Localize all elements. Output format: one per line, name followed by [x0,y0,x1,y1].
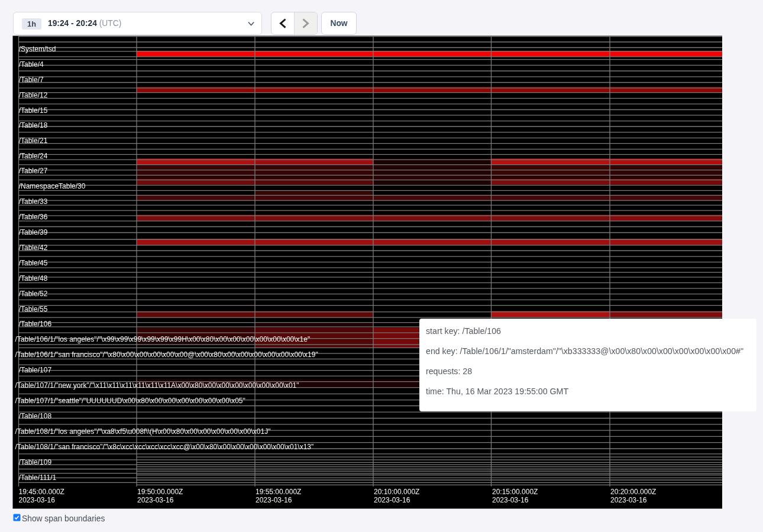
svg-text:2023-03-16: 2023-03-16 [137,496,174,504]
svg-text:/Table/36: /Table/36 [19,213,48,221]
svg-text:2023-03-16: 2023-03-16 [19,496,56,504]
svg-text:/Table/108/1/"los angeles"/"\x: /Table/108/1/"los angeles"/"\xa8\xf5\u00… [15,427,271,436]
svg-text:/Table/111/1: /Table/111/1 [19,473,57,482]
svg-text:/Table/48: /Table/48 [19,274,48,283]
svg-text:/Table/107/1/"new york"/"\x11\: /Table/107/1/"new york"/"\x11\x11\x11\x1… [15,381,299,390]
svg-text:/Table/45: /Table/45 [19,259,48,267]
svg-text:/Table/39: /Table/39 [19,228,48,236]
svg-text:2023-03-16: 2023-03-16 [610,496,647,504]
svg-text:/Table/42: /Table/42 [19,244,48,252]
svg-text:/System/tsd: /System/tsd [19,45,56,53]
svg-text:/Table/33: /Table/33 [19,197,48,206]
svg-text:20:10:00.000Z: 20:10:00.000Z [374,488,419,496]
svg-text:/Table/18: /Table/18 [19,121,48,129]
svg-text:/Table/55: /Table/55 [19,305,48,313]
svg-text:19:50:00.000Z: 19:50:00.000Z [137,488,183,496]
svg-text:/Table/21: /Table/21 [19,137,48,145]
svg-text:20:20:00.000Z: 20:20:00.000Z [610,488,656,496]
svg-text:2023-03-16: 2023-03-16 [256,496,292,504]
svg-text:/Table/52: /Table/52 [19,290,48,298]
svg-text:/Table/4: /Table/4 [19,60,44,69]
svg-text:2023-03-16: 2023-03-16 [492,496,529,504]
svg-text:/Table/106/1/"los angeles"/"\x: /Table/106/1/"los angeles"/"\x99\x99\x99… [15,335,311,343]
svg-text:/Table/106: /Table/106 [19,320,52,328]
svg-text:/Table/15: /Table/15 [19,106,48,115]
svg-text:2023-03-16: 2023-03-16 [374,496,410,504]
svg-text:19:55:00.000Z: 19:55:00.000Z [256,488,301,496]
svg-text:/Table/106/1/"san francisco"/": /Table/106/1/"san francisco"/"\x80\x00\x… [15,351,318,359]
svg-text:/Table/109: /Table/109 [19,458,52,466]
svg-text:19:45:00.000Z: 19:45:00.000Z [19,488,64,496]
svg-text:20:15:00.000Z: 20:15:00.000Z [492,488,538,496]
svg-text:/Table/27: /Table/27 [19,167,48,175]
svg-text:/Table/108: /Table/108 [19,412,52,420]
svg-text:/Table/12: /Table/12 [19,91,48,99]
svg-text:/Table/107/1/"seattle"/"UUUUUU: /Table/107/1/"seattle"/"UUUUUUD\x00\x80\… [15,397,245,405]
svg-text:/Table/108/1/"san francisco"/": /Table/108/1/"san francisco"/"\x8c\xcc\x… [15,443,314,451]
svg-text:/Table/7: /Table/7 [19,76,44,84]
svg-text:/Table/107: /Table/107 [19,366,52,374]
svg-text:/NamespaceTable/30: /NamespaceTable/30 [19,182,86,190]
svg-text:/Table/24: /Table/24 [19,152,48,160]
